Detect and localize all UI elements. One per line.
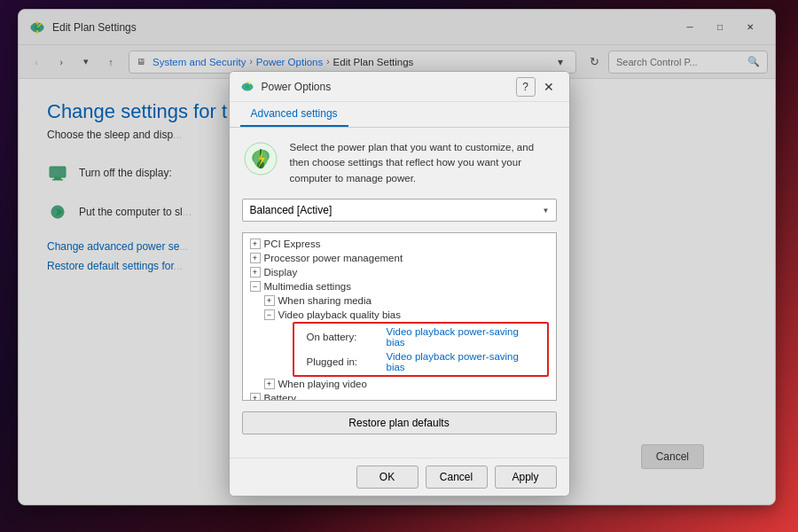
- dialog-description: Select the power plan that you want to c…: [290, 140, 557, 186]
- dialog-description-row: Select the power plan that you want to c…: [242, 140, 557, 186]
- apply-button[interactable]: Apply: [495, 466, 557, 489]
- dialog-close-button[interactable]: ✕: [539, 77, 559, 97]
- highlighted-values-box: On battery: Video playback power-saving …: [293, 322, 549, 377]
- tree-item-pci[interactable]: + PCI Express: [243, 237, 556, 251]
- dialog-help-button[interactable]: ?: [516, 77, 536, 97]
- ok-button[interactable]: OK: [356, 466, 419, 489]
- tree-label-processor: Processor power management: [264, 253, 403, 263]
- tree-label-playing-video: When playing video: [278, 379, 367, 389]
- plan-select[interactable]: Balanced [Active] Power saver High perfo…: [242, 199, 557, 222]
- tree-label-battery: Battery: [264, 393, 296, 401]
- tab-advanced-settings[interactable]: Advanced settings: [240, 102, 348, 127]
- tree-container[interactable]: + PCI Express + Processor power manageme…: [242, 232, 557, 401]
- power-options-dialog: Power Options ? ✕ Advanced settings: [229, 71, 570, 497]
- tree-label-display: Display: [264, 267, 298, 278]
- cancel-button[interactable]: Cancel: [426, 466, 488, 489]
- tree-label-sharing: When sharing media: [278, 295, 372, 306]
- on-battery-label: On battery:: [307, 332, 387, 342]
- expand-video-quality-icon[interactable]: −: [264, 309, 275, 320]
- svg-point-10: [245, 84, 249, 89]
- tree-value-plugged-in[interactable]: Plugged in: Video playback power-saving …: [294, 349, 547, 374]
- dialog-body: Select the power plan that you want to c…: [230, 128, 569, 458]
- tree-label-multimedia: Multimedia settings: [264, 281, 351, 292]
- plugged-in-value[interactable]: Video playback power-saving bias: [387, 351, 540, 372]
- plugged-in-label: Plugged in:: [307, 356, 387, 367]
- dialog-app-icon: [240, 80, 254, 94]
- tree-item-processor[interactable]: + Processor power management: [243, 251, 556, 265]
- expand-sharing-icon[interactable]: +: [264, 295, 275, 306]
- dialog-title: Power Options: [262, 81, 516, 93]
- on-battery-value[interactable]: Video playback power-saving bias: [387, 326, 540, 348]
- tree-item-display[interactable]: + Display: [243, 265, 556, 279]
- expand-battery-icon[interactable]: +: [250, 393, 261, 401]
- tree-label-pci: PCI Express: [264, 239, 321, 249]
- plan-select-wrapper[interactable]: Balanced [Active] Power saver High perfo…: [242, 199, 557, 222]
- expand-multimedia-icon[interactable]: −: [250, 281, 261, 292]
- expand-playing-video-icon[interactable]: +: [264, 379, 275, 389]
- tree-item-sharing[interactable]: + When sharing media: [243, 293, 556, 308]
- dialog-footer: OK Cancel Apply: [230, 458, 569, 496]
- tree-item-battery[interactable]: + Battery: [243, 391, 556, 401]
- expand-processor-icon[interactable]: +: [250, 253, 261, 263]
- tree-item-video-quality[interactable]: − Video playback quality bias: [243, 308, 556, 322]
- expand-display-icon[interactable]: +: [250, 267, 261, 278]
- tree-value-on-battery[interactable]: On battery: Video playback power-saving …: [294, 325, 547, 349]
- restore-plan-defaults-button[interactable]: Restore plan defaults: [242, 411, 557, 434]
- modal-overlay: Power Options ? ✕ Advanced settings: [0, 0, 798, 532]
- dialog-titlebar: Power Options ? ✕: [230, 72, 569, 102]
- tree-item-playing-video[interactable]: + When playing video: [243, 377, 556, 391]
- expand-pci-icon[interactable]: +: [250, 239, 261, 249]
- tree-label-video-quality: Video playback quality bias: [278, 309, 402, 320]
- dialog-icon: [242, 140, 279, 186]
- plan-dropdown-row: Balanced [Active] Power saver High perfo…: [242, 199, 557, 222]
- dialog-tab-bar: Advanced settings: [230, 102, 569, 128]
- tree-item-multimedia[interactable]: − Multimedia settings: [243, 279, 556, 293]
